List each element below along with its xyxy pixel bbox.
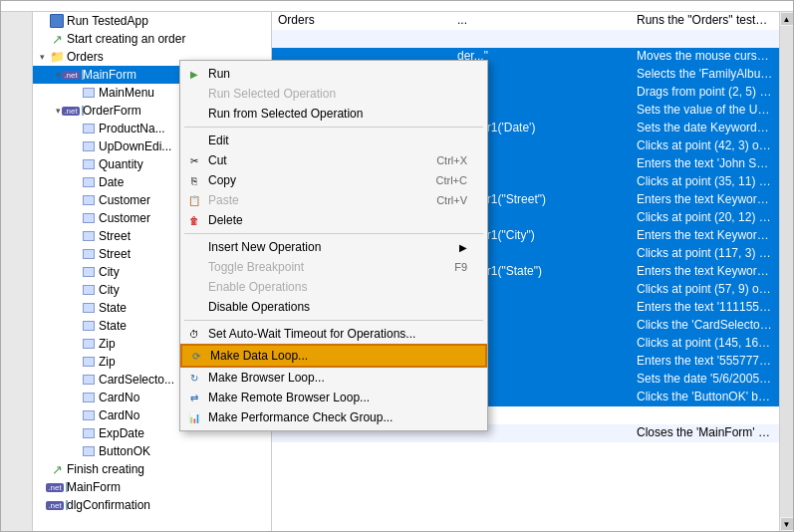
- expand-icon: [67, 211, 81, 225]
- menu-separator: [184, 320, 483, 321]
- tree-label: ExpDate: [99, 426, 144, 440]
- no-icon: [186, 299, 202, 315]
- app-icon: [49, 13, 65, 29]
- expand-icon: [67, 426, 81, 440]
- net-form-icon: .net: [65, 103, 81, 119]
- tree-label: ButtonOK: [99, 444, 150, 458]
- expand-icon: [67, 175, 81, 189]
- ops-row[interactable]: [272, 30, 779, 48]
- menu-label: Run: [208, 67, 230, 81]
- no-icon: [186, 106, 202, 122]
- link-icon: ↗: [49, 461, 65, 477]
- control-icon: [81, 228, 97, 244]
- menu-label: Enable Operations: [208, 280, 307, 294]
- expand-icon: [67, 265, 81, 279]
- ops-description: Clicks at point (42, 3) of the 'Cust...: [631, 137, 779, 155]
- perf-check-icon: 📊: [186, 409, 202, 425]
- ops-description: Drags from point (2, 5) of the 'Up...: [631, 84, 779, 102]
- remote-loop-icon: ⇄: [186, 390, 202, 405]
- tree-label: OrderForm: [83, 104, 141, 118]
- tree-item-dlgconfirmation[interactable]: .netdlgConfirmation: [33, 496, 271, 514]
- tree-label: Zip: [99, 355, 116, 369]
- expand-icon: [67, 247, 81, 261]
- menu-label: Make Performance Check Group...: [208, 410, 393, 424]
- no-icon: [186, 279, 202, 295]
- ops-description: [631, 406, 779, 424]
- context-menu: ▶RunRun Selected OperationRun from Selec…: [179, 60, 488, 431]
- scrollbar[interactable]: ▲ ▼: [779, 12, 793, 531]
- menu-item-make-browser-loop[interactable]: ↻Make Browser Loop...: [180, 368, 487, 388]
- ops-description: Sets the date '5/6/2005' in the 'Ex...: [631, 371, 779, 389]
- ops-description: Runs the "Orders" tested applicatio...: [631, 12, 779, 30]
- control-icon: [81, 407, 97, 423]
- menu-label: Copy: [208, 173, 236, 187]
- control-icon: [81, 246, 97, 262]
- control-icon: [81, 210, 97, 226]
- tree-item-run-testedapp[interactable]: Run TestedApp: [33, 12, 271, 30]
- control-icon: [81, 85, 97, 101]
- clock-icon: ⏱: [186, 326, 202, 342]
- no-icon: [186, 133, 202, 148]
- expand-icon[interactable]: ▾: [35, 50, 49, 64]
- ops-description: Clicks the 'ButtonOK' button.: [631, 389, 779, 406]
- tree-label: CardSelecto...: [99, 373, 174, 387]
- expand-icon: [67, 229, 81, 243]
- tree-label: Street: [99, 229, 131, 243]
- tree-label: CardNo: [99, 391, 139, 404]
- tree-label: Street: [99, 247, 131, 261]
- menu-label: Make Remote Browser Loop...: [208, 391, 370, 404]
- ops-row[interactable]: Orders ... Runs the "Orders" tested appl…: [272, 12, 779, 30]
- ops-description: Enters the text KeywordTests.Te...: [631, 191, 779, 209]
- paste-icon: 📋: [186, 192, 202, 208]
- expand-icon: [67, 444, 81, 458]
- ops-description: Enters the text KeywordTests.Te...: [631, 263, 779, 281]
- expand-icon: [67, 319, 81, 333]
- expand-icon: [67, 301, 81, 315]
- menu-item-set-autowait[interactable]: ⏱Set Auto-Wait Timeout for Operations...: [180, 324, 487, 344]
- tree-item-mainform2[interactable]: .netMainForm: [33, 478, 271, 496]
- menu-item-disable-operations[interactable]: Disable Operations: [180, 297, 487, 317]
- menu-item-copy[interactable]: ⎘CopyCtrl+C: [180, 170, 487, 190]
- tree-label: Zip: [99, 337, 116, 351]
- ops-description: Clicks at point (35, 11) of the 'Str...: [631, 173, 779, 191]
- menu-label: Cut: [208, 153, 227, 167]
- control-icon: [81, 390, 97, 405]
- control-icon: [81, 336, 97, 352]
- run-icon: ▶: [186, 66, 202, 82]
- expand-icon: [67, 139, 81, 153]
- menu-item-make-performance-check[interactable]: 📊Make Performance Check Group...: [180, 407, 487, 427]
- tree-label: City: [99, 283, 120, 297]
- menu-label: Delete: [208, 213, 243, 227]
- tree-label: City: [99, 265, 120, 279]
- submenu-arrow: ▶: [459, 242, 467, 253]
- menu-item-run[interactable]: ▶Run: [180, 64, 487, 84]
- ops-description: Enters the text 'John Smith Jr' in t...: [631, 155, 779, 173]
- expand-icon: [35, 14, 49, 28]
- tree-item-buttonok[interactable]: ButtonOK: [33, 442, 271, 460]
- ops-description: Closes the 'MainForm' window.: [631, 424, 779, 442]
- ops-description: Clicks at point (20, 12) of the 'City...: [631, 209, 779, 227]
- menu-item-edit[interactable]: Edit: [180, 131, 487, 150]
- menu-item-make-remote-browser-loop[interactable]: ⇄Make Remote Browser Loop...: [180, 388, 487, 407]
- left-icons-column: [1, 12, 33, 531]
- menu-item-cut[interactable]: ✂CutCtrl+X: [180, 150, 487, 170]
- tree-label: Run TestedApp: [67, 14, 148, 28]
- expand-icon: [67, 122, 81, 135]
- menu-item-run-from-selected[interactable]: Run from Selected Operation: [180, 104, 487, 124]
- expand-icon: [67, 373, 81, 387]
- net-form-icon: .net: [65, 67, 81, 83]
- link-icon: ↗: [49, 31, 65, 47]
- menu-separator: [184, 233, 483, 234]
- ops-description: Moves the mouse cursor to the m...: [631, 48, 779, 66]
- tree-item-finish-creating[interactable]: ↗Finish creating: [33, 460, 271, 478]
- menu-item-make-data-loop[interactable]: ⟳Make Data Loop...: [180, 344, 487, 368]
- menu-shortcut: Ctrl+X: [436, 154, 467, 166]
- menu-item-insert-new[interactable]: Insert New Operation▶: [180, 237, 487, 257]
- tree-label: CardNo: [99, 408, 139, 422]
- ops-description: Enters the text '111155' in the 'Zi...: [631, 299, 779, 317]
- header-value: [451, 4, 631, 8]
- control-icon: [81, 192, 97, 208]
- tree-item-start-creating-order[interactable]: ↗Start creating an order: [33, 30, 271, 48]
- menu-item-delete[interactable]: 🗑Delete: [180, 210, 487, 230]
- menu-label: Toggle Breakpoint: [208, 260, 304, 274]
